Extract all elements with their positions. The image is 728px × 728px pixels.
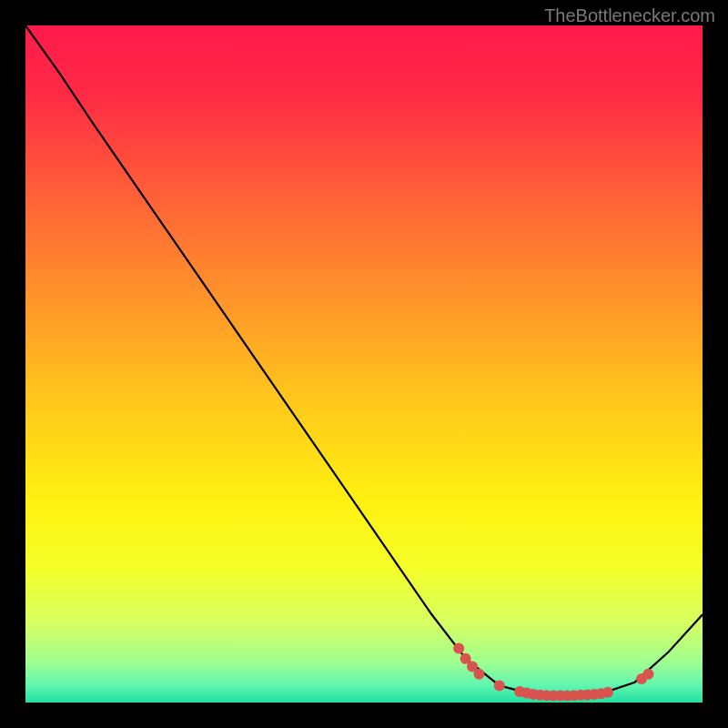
marker-point — [642, 669, 653, 680]
chart-plot — [25, 25, 703, 703]
marker-point — [453, 642, 464, 653]
chart-background — [25, 25, 703, 703]
watermark-text: TheBottlenecker.com — [544, 5, 715, 26]
marker-point — [473, 669, 484, 680]
chart-container: TheBottlenecker.com — [0, 0, 728, 728]
marker-point — [602, 687, 613, 698]
marker-point — [494, 680, 505, 691]
